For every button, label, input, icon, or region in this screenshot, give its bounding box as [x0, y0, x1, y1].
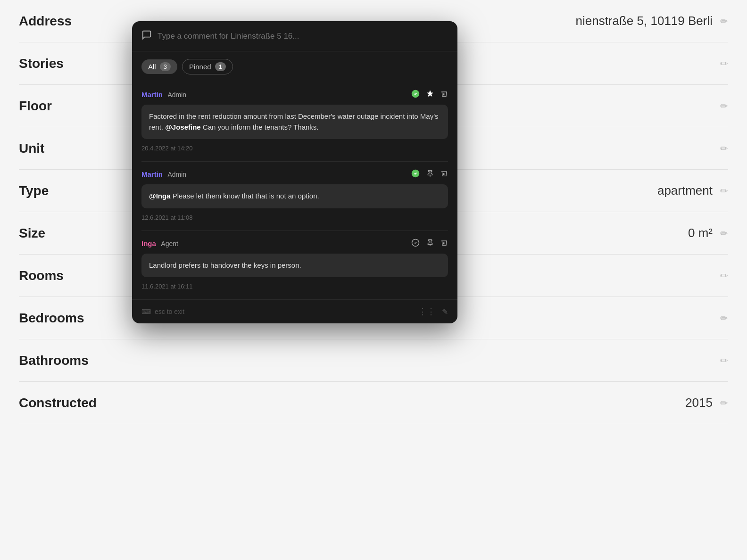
- comment-1-header: Martin Admin: [141, 90, 448, 100]
- footer-edit-btn[interactable]: ✎: [442, 307, 448, 316]
- comment-3-author: Inga: [141, 239, 156, 247]
- comment-input-area[interactable]: [132, 21, 457, 51]
- comment-2-resolve-btn[interactable]: [411, 169, 420, 180]
- edit-size-icon[interactable]: ✏: [720, 228, 728, 239]
- comment-2: Martin Admin: [141, 162, 448, 231]
- edit-floor-icon[interactable]: ✏: [720, 100, 728, 112]
- tab-pinned-label: Pinned: [189, 63, 211, 71]
- comment-1-pin-btn[interactable]: [426, 90, 434, 100]
- tab-pinned-count: 1: [215, 62, 226, 71]
- comment-3-bubble: Landlord prefers to handover the keys in…: [141, 254, 448, 278]
- comment-2-timestamp: 12.6.2021 at 11:08: [141, 212, 448, 227]
- comment-2-author: Martin: [141, 170, 163, 178]
- comment-1-author: Martin: [141, 91, 163, 99]
- mention-josefine: @Josefine: [165, 123, 200, 131]
- edit-stories-icon[interactable]: ✏: [720, 58, 728, 69]
- comment-3-actions: [411, 239, 448, 249]
- keyboard-icon: ⌨: [141, 308, 151, 315]
- comment-2-pin-btn[interactable]: [426, 169, 434, 180]
- property-row-bathrooms: Bathrooms ✏: [19, 339, 728, 382]
- comment-3-header: Inga Agent: [141, 239, 448, 249]
- comments-list: Martin Admin: [132, 82, 457, 299]
- tab-all[interactable]: All 3: [141, 59, 177, 74]
- property-row-constructed: Constructed 2015 ✏: [19, 382, 728, 424]
- comment-modal: All 3 Pinned 1 Martin Admin: [132, 21, 457, 323]
- footer-actions: ⋮⋮ ✎: [418, 306, 448, 317]
- comment-2-actions: [411, 169, 448, 180]
- edit-bedrooms-icon[interactable]: ✏: [720, 313, 728, 324]
- esc-hint-text: esc to exit: [155, 308, 184, 315]
- edit-rooms-icon[interactable]: ✏: [720, 270, 728, 281]
- comment-1-author-area: Martin Admin: [141, 91, 186, 99]
- value-constructed: 2015 ✏: [170, 395, 728, 410]
- comment-1-role: Admin: [167, 91, 186, 99]
- comment-3: Inga Agent: [141, 231, 448, 300]
- comment-2-header: Martin Admin: [141, 169, 448, 180]
- edit-type-icon[interactable]: ✏: [720, 185, 728, 197]
- comment-text-input[interactable]: [158, 32, 448, 41]
- edit-constructed-icon[interactable]: ✏: [720, 397, 728, 409]
- comment-2-bubble: @Inga Please let them know that that is …: [141, 184, 448, 208]
- comment-1: Martin Admin: [141, 82, 448, 161]
- comment-3-resolve-btn[interactable]: [411, 239, 420, 249]
- edit-address-icon[interactable]: ✏: [720, 16, 728, 27]
- edit-unit-icon[interactable]: ✏: [720, 143, 728, 154]
- tab-all-count: 3: [160, 62, 171, 71]
- mention-inga: @Inga: [149, 192, 170, 200]
- label-bathrooms: Bathrooms: [19, 353, 170, 368]
- label-constructed: Constructed: [19, 395, 170, 411]
- comment-3-timestamp: 11.6.2021 at 16:11: [141, 281, 448, 296]
- comment-2-delete-btn[interactable]: [440, 169, 448, 180]
- comment-3-delete-btn[interactable]: [440, 239, 448, 249]
- comment-1-resolve-btn[interactable]: [411, 90, 420, 100]
- comment-1-bubble: Factored in the rent reduction amount fr…: [141, 105, 448, 139]
- comment-1-delete-btn[interactable]: [440, 90, 448, 100]
- footer-grid-btn[interactable]: ⋮⋮: [418, 306, 435, 317]
- comment-2-author-area: Martin Admin: [141, 170, 186, 179]
- edit-bathrooms-icon[interactable]: ✏: [720, 355, 728, 366]
- tab-all-label: All: [148, 63, 156, 71]
- comment-1-timestamp: 20.4.2022 at 14:20: [141, 143, 448, 157]
- modal-footer: ⌨ esc to exit ⋮⋮ ✎: [132, 299, 457, 323]
- comment-2-role: Admin: [167, 171, 186, 178]
- tab-pinned[interactable]: Pinned 1: [182, 59, 233, 74]
- filter-tabs: All 3 Pinned 1: [132, 51, 457, 82]
- comment-1-actions: [411, 90, 448, 100]
- footer-hint: ⌨ esc to exit: [141, 308, 184, 315]
- comment-3-pin-btn[interactable]: [426, 239, 434, 249]
- value-bathrooms: ✏: [170, 355, 728, 366]
- comment-3-author-area: Inga Agent: [141, 239, 178, 248]
- comment-3-role: Agent: [161, 240, 178, 247]
- comment-bubble-icon: [141, 30, 152, 42]
